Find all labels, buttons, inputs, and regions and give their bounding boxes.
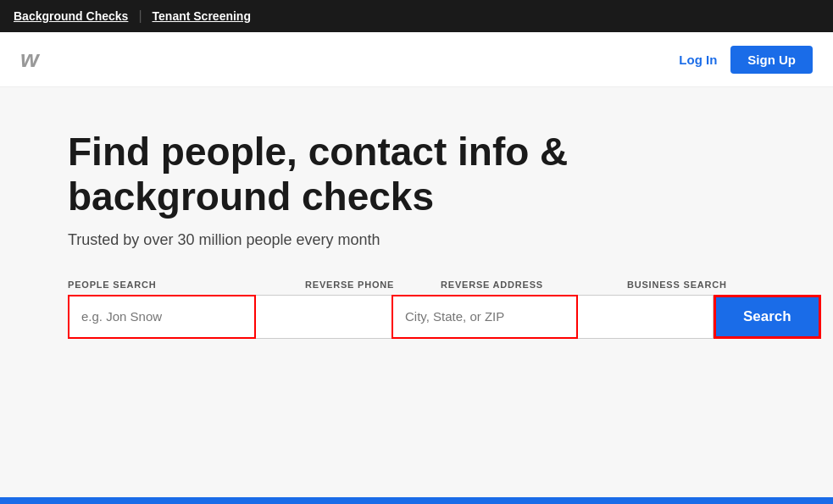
tenant-screening-link[interactable]: Tenant Screening bbox=[153, 9, 251, 23]
tab-label-people[interactable]: PEOPLE SEARCH bbox=[68, 280, 305, 293]
search-button[interactable]: Search bbox=[714, 295, 821, 339]
tab-label-address[interactable]: REVERSE ADDRESS bbox=[441, 280, 627, 293]
search-tab-labels: PEOPLE SEARCH REVERSE PHONE REVERSE ADDR… bbox=[68, 280, 765, 293]
top-navigation-bar: Background Checks | Tenant Screening bbox=[0, 0, 833, 32]
business-search-input[interactable] bbox=[578, 295, 714, 339]
main-content: Find people, contact info & background c… bbox=[0, 87, 833, 504]
tab-label-phone[interactable]: REVERSE PHONE bbox=[305, 280, 441, 293]
header-actions: Log In Sign Up bbox=[679, 46, 813, 74]
background-checks-link[interactable]: Background Checks bbox=[14, 9, 128, 23]
site-logo: w bbox=[20, 46, 39, 73]
phone-search-input[interactable] bbox=[256, 295, 392, 339]
page-subheadline: Trusted by over 30 million people every … bbox=[68, 231, 765, 249]
search-row: Search bbox=[68, 295, 765, 339]
signup-button[interactable]: Sign Up bbox=[730, 46, 813, 74]
site-header: w Log In Sign Up bbox=[0, 32, 833, 87]
nav-divider: | bbox=[138, 8, 142, 24]
tab-label-business[interactable]: BUSINESS SEARCH bbox=[627, 280, 763, 293]
people-search-input[interactable] bbox=[68, 295, 256, 339]
page-headline: Find people, contact info & background c… bbox=[68, 130, 576, 219]
bottom-accent-bar bbox=[0, 497, 833, 504]
city-search-input[interactable] bbox=[392, 295, 578, 339]
login-link[interactable]: Log In bbox=[679, 53, 717, 67]
